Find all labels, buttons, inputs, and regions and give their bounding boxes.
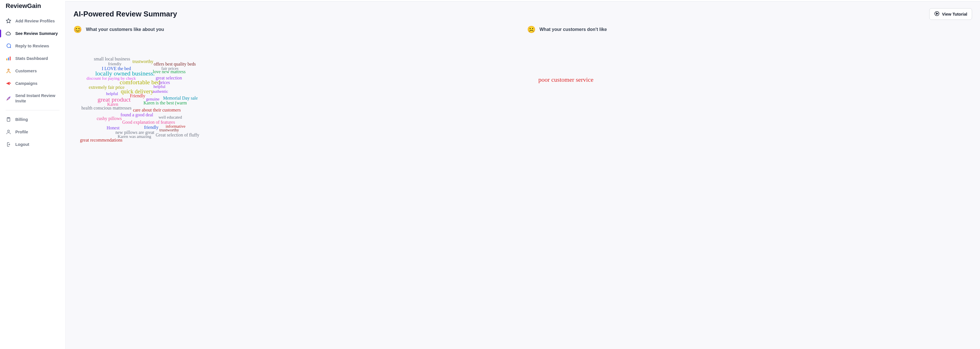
nav-label: See Review Summary <box>15 31 58 36</box>
nav-campaigns[interactable]: Campaigns <box>0 77 65 90</box>
cloud-word: care about their customers <box>133 108 181 112</box>
cloud-word: Karen is the best (warm <box>143 101 187 105</box>
nav-label: Reply to Reviews <box>15 44 49 48</box>
cloud-word: friendly <box>144 125 159 130</box>
bar-chart-icon <box>6 56 11 61</box>
view-tutorial-button[interactable]: View Tutorial <box>929 8 972 20</box>
positive-word-cloud: small local business friendly trustworth… <box>73 37 519 150</box>
positive-heading: What your customers like about you <box>86 27 164 32</box>
nav-label: Campaigns <box>15 81 37 86</box>
nav-label: Billing <box>15 117 28 122</box>
play-circle-icon <box>934 11 940 17</box>
frown-emoji-icon: ☹️ <box>527 26 536 33</box>
nav-label: Profile <box>15 130 28 134</box>
nav-send-instant-invite[interactable]: Send Instant Review Invite <box>0 90 65 107</box>
nav-stats-dashboard[interactable]: Stats Dashboard <box>0 52 65 65</box>
negative-panel: ☹️ What your customers don't like poor c… <box>527 26 972 150</box>
nav-reply-to-reviews[interactable]: Reply to Reviews <box>0 40 65 52</box>
nav-profile[interactable]: Profile <box>0 126 65 138</box>
star-icon <box>6 18 11 24</box>
page-title: AI-Powered Review Summary <box>73 10 177 18</box>
nav-see-review-summary[interactable]: See Review Summary <box>0 27 65 40</box>
cloud-word: health conscious mattresses <box>81 106 132 110</box>
smile-emoji-icon: 😊 <box>73 26 82 33</box>
nav-billing[interactable]: Billing <box>0 113 65 126</box>
sidebar: ReviewGain Add Review Profiles See Revie… <box>0 0 65 349</box>
nav-customers[interactable]: Customers <box>0 65 65 77</box>
brand-title: ReviewGain <box>0 2 65 15</box>
negative-heading: What your customers don't like <box>539 27 607 32</box>
cloud-word: well educated <box>159 115 182 120</box>
nav: Add Review Profiles See Review Summary R… <box>0 15 65 151</box>
cloud-word: friendly <box>108 62 121 66</box>
page-header: AI-Powered Review Summary View Tutorial <box>73 8 972 20</box>
svg-point-3 <box>8 69 10 70</box>
clipboard-icon <box>6 116 11 122</box>
cloud-word: Great selection of fluffy <box>156 133 199 137</box>
megaphone-icon <box>6 81 11 86</box>
svg-rect-2 <box>10 56 11 60</box>
nav-label: Send Instant Review Invite <box>15 93 60 104</box>
svg-rect-1 <box>8 57 9 61</box>
nav-add-review-profiles[interactable]: Add Review Profiles <box>0 15 65 27</box>
tutorial-label: View Tutorial <box>942 12 967 16</box>
cloud-word: great recommendations <box>80 138 123 142</box>
nav-label: Logout <box>15 142 29 147</box>
cloud-word: helpful <box>106 92 118 96</box>
nav-label: Customers <box>15 69 37 73</box>
svg-rect-0 <box>6 59 7 61</box>
summary-panels: 😊 What your customers like about you sma… <box>73 26 972 150</box>
user-icon <box>6 129 11 135</box>
cloud-word: found a good deal <box>121 113 153 117</box>
cloud-word: authentic <box>153 89 168 94</box>
cloud-word: love new mattress <box>153 70 186 74</box>
app-root: ReviewGain Add Review Profiles See Revie… <box>0 0 980 349</box>
svg-point-5 <box>8 130 10 132</box>
cloud-word: small local business <box>94 57 130 61</box>
cloud-word: cushy pillows <box>97 116 122 121</box>
positive-heading-row: 😊 What your customers like about you <box>73 26 519 33</box>
cloud-word: poor customer service <box>538 76 593 83</box>
nav-separator <box>6 110 60 110</box>
negative-word-cloud: poor customer service <box>527 37 972 150</box>
cloud-word: Memorial Day sale <box>163 96 198 100</box>
cloud-icon <box>6 31 11 36</box>
cloud-word: locally owned business. <box>95 70 155 76</box>
cloud-word: Honest <box>107 126 119 130</box>
cloud-word: trustworthy <box>159 128 179 132</box>
nav-label: Add Review Profiles <box>15 19 55 23</box>
nav-label: Stats Dashboard <box>15 56 48 61</box>
cloud-word: trustworthy <box>132 59 153 64</box>
cloud-word: helpful <box>153 84 165 89</box>
cloud-word: Karen was amazing <box>118 134 151 139</box>
cloud-word: extremely fair price <box>89 85 124 90</box>
customers-icon <box>6 68 11 74</box>
main-content: AI-Powered Review Summary View Tutorial … <box>65 1 980 349</box>
cloud-word: offers best quality beds <box>154 62 196 66</box>
chat-reply-icon <box>6 43 11 49</box>
logout-icon <box>6 142 11 147</box>
rocket-icon <box>6 96 11 101</box>
nav-logout[interactable]: Logout <box>0 138 65 151</box>
cloud-word: Friendly <box>130 94 145 98</box>
negative-heading-row: ☹️ What your customers don't like <box>527 26 972 33</box>
positive-panel: 😊 What your customers like about you sma… <box>73 26 519 150</box>
